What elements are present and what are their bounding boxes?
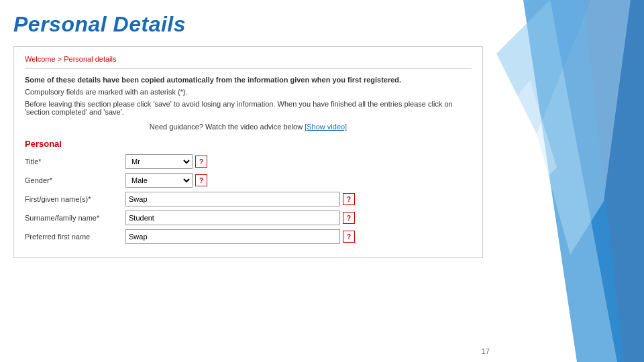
guidance-row: Need guidance? Watch the video advice be…	[25, 123, 472, 131]
info-line3: Before leaving this section please click…	[25, 100, 472, 116]
label-firstname: First/given name(s)*	[25, 195, 125, 203]
svg-marker-1	[523, 0, 624, 362]
label-title: Title*	[25, 158, 125, 166]
title-input-wrap: Mr Mrs Miss Ms Dr ?	[125, 154, 207, 169]
label-surname: Surname/family name*	[25, 214, 125, 222]
svg-marker-2	[496, 0, 590, 134]
title-help-button[interactable]: ?	[195, 156, 207, 168]
gender-input-wrap: Male Female Other ?	[125, 173, 207, 188]
svg-marker-0	[550, 0, 644, 362]
breadcrumb: Welcome > Personal details	[25, 55, 472, 63]
preferred-input-wrap: ?	[125, 229, 355, 244]
label-gender: Gender*	[25, 176, 125, 184]
form-container: Welcome > Personal details Some of these…	[13, 46, 483, 258]
field-row-title: Title* Mr Mrs Miss Ms Dr ?	[25, 154, 472, 169]
firstname-input[interactable]	[125, 192, 340, 206]
label-preferred: Preferred first name	[25, 233, 125, 241]
preferred-input[interactable]	[125, 229, 340, 244]
field-row-firstname: First/given name(s)* ?	[25, 192, 472, 206]
firstname-help-button[interactable]: ?	[343, 193, 355, 205]
preferred-help-button[interactable]: ?	[343, 231, 355, 243]
surname-help-button[interactable]: ?	[343, 212, 355, 224]
surname-input[interactable]	[125, 210, 340, 225]
surname-input-wrap: ?	[125, 210, 355, 225]
field-row-preferred: Preferred first name ?	[25, 229, 472, 244]
info-line2: Compulsory fields are marked with an ast…	[25, 88, 472, 96]
divider	[25, 68, 472, 69]
title-select[interactable]: Mr Mrs Miss Ms Dr	[125, 154, 193, 169]
svg-marker-3	[537, 0, 631, 255]
field-row-gender: Gender* Male Female Other ?	[25, 173, 472, 188]
firstname-input-wrap: ?	[125, 192, 355, 206]
gender-select[interactable]: Male Female Other	[125, 173, 193, 188]
svg-marker-4	[496, 80, 557, 215]
section-title: Personal	[25, 139, 472, 149]
gender-help-button[interactable]: ?	[195, 174, 207, 186]
show-video-link[interactable]: [Show video]	[305, 123, 347, 131]
info-line1: Some of these details have been copied a…	[25, 76, 472, 84]
page-title: Personal Details	[13, 12, 483, 37]
page-number: 17	[482, 347, 490, 355]
field-row-surname: Surname/family name* ?	[25, 210, 472, 225]
breadcrumb-welcome[interactable]: Welcome	[25, 55, 56, 63]
